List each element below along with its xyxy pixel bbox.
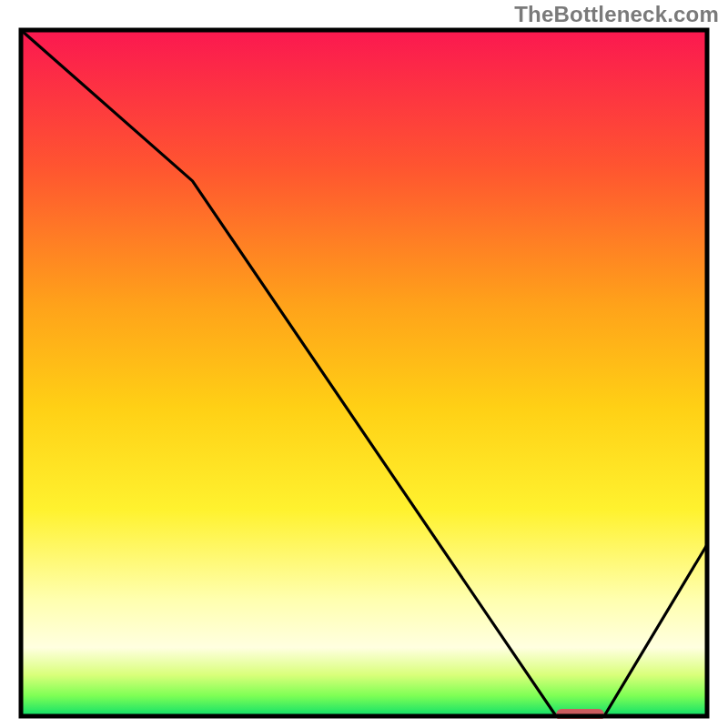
bottleneck-chart <box>18 27 710 719</box>
chart-background <box>21 30 707 716</box>
watermark-text: TheBottleneck.com <box>514 2 719 27</box>
